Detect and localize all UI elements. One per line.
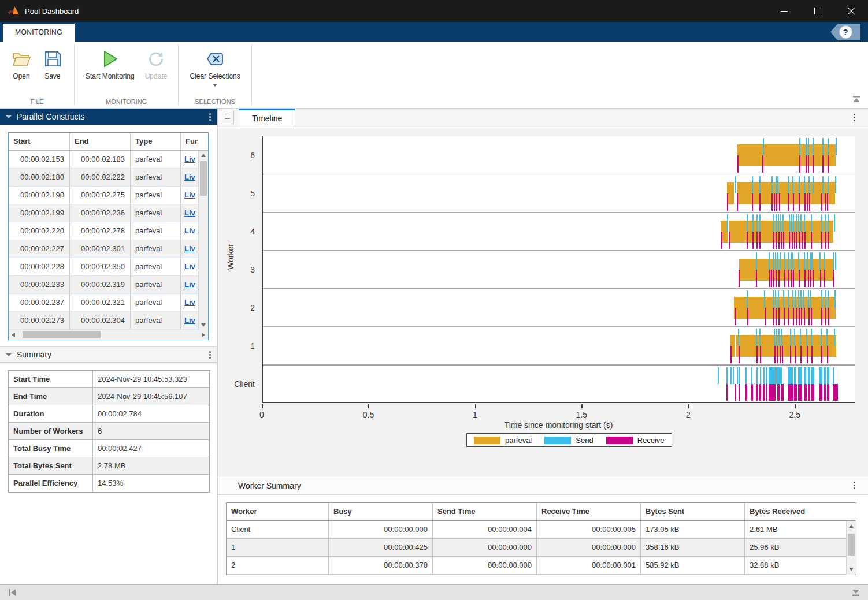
worker-summary-cell: 00:00:00.000: [433, 557, 537, 574]
kebab-menu-icon[interactable]: [854, 485, 855, 486]
open-button[interactable]: Open: [6, 47, 37, 82]
x-tick-mark: [795, 404, 796, 408]
scroll-left-icon[interactable]: [12, 333, 15, 337]
construct-cell: 00:00:02.350: [70, 258, 131, 275]
scrollbar-thumb[interactable]: [200, 161, 207, 196]
construct-row[interactable]: 00:00:02.18000:00:02.222parfevalLiv: [9, 169, 208, 187]
function-link[interactable]: Liv: [184, 226, 195, 235]
scroll-up-icon[interactable]: [201, 154, 206, 157]
worker-summary-header[interactable]: Worker Summary: [218, 476, 868, 495]
receive-swatch: [606, 437, 633, 444]
send-tick: [760, 367, 761, 384]
send-tick: [730, 367, 732, 384]
send-tick: [776, 214, 777, 232]
receive-tick: [788, 193, 789, 211]
construct-cell: 00:00:02.153: [9, 151, 70, 168]
tab-monitoring[interactable]: MONITORING: [3, 24, 75, 42]
receive-tick: [777, 346, 778, 363]
worker-summary-row[interactable]: 200:00:00.37000:00:00.00000:00:00.001585…: [227, 557, 856, 575]
kebab-menu-icon[interactable]: [209, 354, 211, 356]
receive-tick: [759, 193, 761, 211]
minimize-button[interactable]: [767, 0, 801, 22]
tab-timeline[interactable]: Timeline: [239, 109, 295, 128]
receive-tick: [807, 346, 808, 363]
summary-header[interactable]: Summary: [0, 346, 217, 363]
scroll-down-icon[interactable]: [849, 568, 854, 571]
worker-summary-cell: 00:00:00.004: [433, 521, 537, 538]
vertical-scrollbar[interactable]: [198, 151, 208, 330]
scroll-down-icon[interactable]: [201, 323, 206, 327]
right-panel: Timeline Worker 654321Client 00.511.522.…: [218, 109, 868, 584]
send-tick: [756, 252, 757, 270]
function-link[interactable]: Liv: [184, 155, 195, 163]
send-tick: [824, 252, 825, 270]
worker-summary-row[interactable]: Client00:00:00.00000:00:00.00400:00:00.0…: [227, 521, 856, 539]
send-tick: [835, 252, 836, 270]
construct-row[interactable]: 00:00:02.22700:00:02.301parfevalLiv: [9, 240, 208, 258]
send-tick: [752, 176, 753, 193]
receive-tick: [780, 346, 781, 363]
receive-tick: [737, 193, 738, 211]
scrollbar-thumb[interactable]: [23, 331, 101, 338]
construct-row[interactable]: 00:00:02.19000:00:02.275parfevalLiv: [9, 187, 208, 204]
parfeval-bar[interactable]: [737, 144, 836, 166]
send-tick: [813, 138, 814, 155]
function-link[interactable]: Liv: [184, 298, 195, 307]
worker-summary-column-header: Send Time: [433, 503, 537, 520]
send-tick: [810, 290, 811, 308]
function-link[interactable]: Liv: [184, 262, 195, 271]
receive-tick: [759, 232, 761, 249]
scroll-up-icon[interactable]: [849, 524, 854, 528]
collapse-left-panel-icon[interactable]: [7, 588, 17, 597]
clear-selections-button[interactable]: Clear Selections: [184, 47, 245, 88]
lane-label: 1: [250, 341, 255, 351]
collapse-chevron-icon[interactable]: [6, 353, 12, 356]
construct-row[interactable]: 00:00:02.23300:00:02.319parfevalLiv: [9, 276, 208, 294]
horizontal-scrollbar[interactable]: [9, 330, 208, 340]
scrollbar-thumb[interactable]: [848, 534, 855, 556]
close-button[interactable]: [834, 0, 868, 22]
summary-row: End Time2024-Nov-29 10:45:56.107: [9, 388, 209, 405]
function-link[interactable]: Liv: [184, 280, 195, 289]
scroll-right-icon[interactable]: [202, 333, 205, 337]
vertical-scrollbar[interactable]: [846, 521, 856, 575]
tab-list-button[interactable]: [221, 110, 234, 124]
save-button[interactable]: Save: [37, 47, 68, 82]
timeline-plot[interactable]: 654321Client: [262, 136, 855, 403]
collapse-ribbon-icon[interactable]: [852, 95, 861, 103]
construct-function-cell: Liv: [181, 276, 198, 293]
ribbon-tab-strip: MONITORING ?: [0, 22, 868, 42]
kebab-menu-icon[interactable]: [854, 117, 855, 118]
construct-row[interactable]: 00:00:02.19900:00:02.236parfevalLiv: [9, 204, 208, 222]
toolbar-group-file: Open Save FILE: [0, 42, 74, 108]
collapse-bottom-panel-icon[interactable]: [851, 588, 861, 597]
send-tick: [811, 252, 813, 270]
update-button[interactable]: Update: [140, 47, 173, 82]
construct-row[interactable]: 00:00:02.22800:00:02.350parfevalLiv: [9, 258, 208, 276]
parallel-constructs-header[interactable]: Parallel Constructs: [0, 109, 217, 125]
construct-cell: 00:00:02.321: [70, 294, 131, 311]
send-tick: [771, 176, 773, 193]
lane-label: 5: [250, 189, 255, 198]
group-caption-selections: SELECTIONS: [179, 98, 251, 108]
start-monitoring-button[interactable]: Start Monitoring: [80, 47, 140, 82]
function-link[interactable]: Liv: [184, 208, 195, 217]
construct-row[interactable]: 00:00:02.15300:00:02.183parfevalLiv: [9, 151, 208, 169]
maximize-button[interactable]: [801, 0, 834, 22]
help-button[interactable]: ?: [830, 24, 860, 40]
parfeval-bar[interactable]: [734, 297, 836, 319]
function-link[interactable]: Liv: [184, 191, 195, 199]
kebab-menu-icon[interactable]: [209, 116, 211, 118]
function-link[interactable]: Liv: [184, 244, 195, 253]
send-tick: [808, 176, 810, 193]
receive-tick: [769, 270, 770, 287]
construct-row[interactable]: 00:00:02.22000:00:02.278parfevalLiv: [9, 222, 208, 240]
function-link[interactable]: Liv: [184, 173, 195, 181]
function-link[interactable]: Liv: [184, 316, 195, 325]
receive-tick: [795, 346, 796, 363]
matlab-logo-icon: [7, 5, 20, 17]
worker-summary-row[interactable]: 100:00:00.42500:00:00.00000:00:00.000358…: [227, 539, 856, 557]
collapse-chevron-icon[interactable]: [6, 115, 12, 118]
construct-row[interactable]: 00:00:02.27300:00:02.304parfevalLiv: [9, 312, 208, 330]
construct-row[interactable]: 00:00:02.23700:00:02.321parfevalLiv: [9, 294, 208, 312]
